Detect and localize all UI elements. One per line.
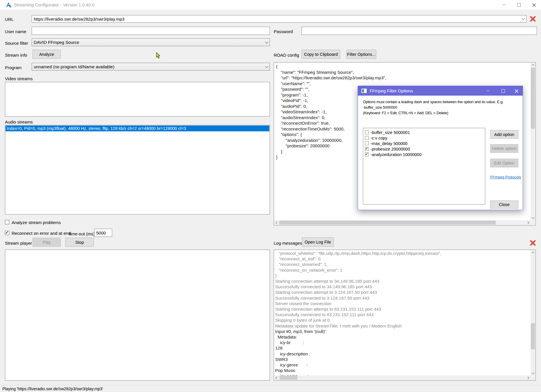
- scroll-right-icon[interactable]: [526, 375, 531, 380]
- maximize-icon: [501, 89, 505, 93]
- analyze-stream-problems-checkbox[interactable]: [5, 220, 9, 224]
- log-line: Starting connection attempt to 83.231.15…: [275, 306, 530, 312]
- stream-info-label: Stream info: [5, 53, 27, 58]
- log-line: Pop Music: [275, 368, 530, 373]
- open-log-file-button[interactable]: Open Log File: [302, 237, 334, 247]
- log-line: icy-genre :: [275, 362, 530, 368]
- ffmpeg-filter-options-dialog: FFmpeg Filter Options Options must conta…: [358, 86, 523, 210]
- log-vscroll-thumb[interactable]: [531, 323, 535, 349]
- scroll-right-icon[interactable]: [526, 220, 531, 225]
- minimize-icon: [486, 91, 490, 91]
- copy-to-clipboard-button[interactable]: Copy to Clipboard: [302, 50, 340, 59]
- chevron-down-icon: [265, 40, 268, 43]
- username-label: User name: [5, 29, 26, 34]
- scroll-left-icon[interactable]: [274, 220, 279, 225]
- log-messages-label: Log messages: [274, 241, 302, 246]
- scroll-up-icon[interactable]: [531, 250, 535, 255]
- option-label: -max_delay 500000: [370, 141, 407, 146]
- close-icon: [532, 3, 536, 7]
- reconnect-label: Reconnect on error and at end: [12, 231, 71, 236]
- clear-log-icon[interactable]: [530, 240, 536, 246]
- program-combobox[interactable]: unnamed (no program Id/Name available): [32, 63, 270, 71]
- dialog-minimize-button[interactable]: [481, 86, 494, 96]
- filter-option-row[interactable]: -analyzeduration 10000000: [364, 152, 484, 157]
- dialog-titlebar: FFmpeg Filter Options: [358, 86, 523, 96]
- option-checkbox[interactable]: [365, 142, 369, 145]
- scroll-up-icon[interactable]: [531, 63, 535, 67]
- log-line: Starting connection attempt to 34.149.96…: [275, 278, 530, 284]
- audio-stream-item-selected[interactable]: Index=0, Pid=0, mp3 (mp3float), 48000 Hz…: [6, 126, 269, 131]
- source-filter-combobox[interactable]: DAVID FFmpeg Source: [32, 38, 270, 46]
- log-line: Server closed the connection: [275, 301, 530, 306]
- source-filter-value: DAVID FFmpeg Source: [34, 40, 264, 45]
- video-streams-list[interactable]: [5, 82, 270, 117]
- road-hscroll-thumb[interactable]: [279, 221, 496, 225]
- log-line: Metadata:: [275, 334, 530, 340]
- road-horizontal-scrollbar[interactable]: [274, 220, 531, 225]
- url-combobox[interactable]: https://liveradio.swr.de/sw282p3/swr3/pl…: [32, 15, 526, 23]
- dialog-close-action-button[interactable]: Close: [490, 201, 518, 209]
- add-option-button[interactable]: Add option: [490, 130, 518, 139]
- source-filter-label: Source filter: [5, 41, 28, 46]
- log-line: Successfully connected to 83.231.152.111…: [275, 312, 530, 317]
- instruction-line: (Keyboard: F2 = Edit; CTRL+N = Add; DEL …: [363, 110, 520, 116]
- road-vscroll-thumb[interactable]: [531, 68, 535, 129]
- window-title: Streaming Configurator - Version 1.0.40.…: [14, 2, 94, 7]
- option-checkbox[interactable]: [365, 130, 369, 134]
- stop-button[interactable]: Stop: [65, 238, 94, 247]
- delete-option-button[interactable]: Delete option: [490, 144, 518, 153]
- log-hscroll-thumb[interactable]: [280, 376, 298, 380]
- url-dropdown-button[interactable]: [520, 15, 526, 22]
- log-panel[interactable]: "protocol_whitelist": "file,udp,rtp,rtmp…: [274, 250, 536, 381]
- analyze-stream-problems-label: Analyze stream problems: [12, 220, 61, 225]
- program-value: unnamed (no program Id/Name available): [34, 64, 264, 69]
- stream-player-panel: [5, 250, 270, 381]
- log-line: "reconnect_at_eof": 0,: [275, 256, 530, 262]
- log-horizontal-scrollbar[interactable]: [274, 375, 531, 380]
- analyze-button[interactable]: Analyze: [33, 50, 61, 59]
- video-streams-label: Video streams: [5, 76, 33, 81]
- json-line: {: [276, 64, 529, 69]
- log-line: icy-description :: [275, 351, 530, 357]
- window-minimize-button[interactable]: [497, 0, 510, 10]
- filter-option-row[interactable]: -buffer_size 5000001: [364, 130, 484, 135]
- edit-option-button[interactable]: Edit Option: [490, 159, 518, 167]
- filter-options-list[interactable]: -buffer_size 5000001 -c:v copy -max_dela…: [363, 128, 485, 205]
- password-field[interactable]: [302, 27, 537, 35]
- filter-option-row[interactable]: -probesize 20000000: [364, 146, 484, 152]
- source-filter-dropdown-button[interactable]: [264, 39, 270, 46]
- filter-option-row[interactable]: -max_delay 500000: [364, 141, 484, 146]
- maximize-icon: [517, 3, 521, 7]
- filter-option-row[interactable]: -c:v copy: [364, 135, 484, 141]
- dialog-maximize-button[interactable]: [497, 86, 510, 96]
- scroll-down-icon[interactable]: [531, 216, 535, 220]
- option-label: -probesize 20000000: [370, 147, 410, 151]
- audio-streams-list[interactable]: Index=0, Pid=0, mp3 (mp3float), 48000 Hz…: [5, 125, 270, 214]
- scroll-down-icon[interactable]: [531, 371, 535, 375]
- dialog-close-button[interactable]: [510, 86, 523, 96]
- option-checkbox[interactable]: [365, 153, 369, 156]
- scroll-left-icon[interactable]: [274, 375, 279, 380]
- clear-url-icon[interactable]: [530, 16, 536, 22]
- app-logo-icon: [6, 2, 12, 8]
- mouse-cursor: [156, 52, 160, 59]
- reconnect-checkbox[interactable]: [5, 231, 9, 235]
- filter-options-button[interactable]: Filter Options...: [346, 50, 376, 59]
- log-line: Successfully connected to 3.124.167.50 p…: [275, 295, 530, 301]
- url-label: URL: [5, 17, 14, 22]
- program-dropdown-button[interactable]: [264, 63, 270, 70]
- play-button[interactable]: Play: [33, 238, 61, 247]
- timeout-field[interactable]: [94, 229, 112, 237]
- option-checkbox[interactable]: [365, 147, 369, 151]
- road-vertical-scrollbar[interactable]: [531, 63, 535, 220]
- ffmpeg-protocols-link[interactable]: FFmpeg Protocols: [490, 175, 521, 179]
- close-icon: [515, 89, 518, 93]
- dialog-app-icon: [361, 89, 367, 93]
- username-field[interactable]: [32, 27, 270, 35]
- log-vertical-scrollbar[interactable]: [531, 250, 535, 375]
- option-checkbox[interactable]: [365, 136, 369, 140]
- log-line: Starting connection attempt to 3.124.167…: [275, 289, 530, 295]
- window-maximize-button[interactable]: [512, 0, 526, 10]
- window-close-button[interactable]: [527, 0, 541, 10]
- status-bar: Playing 'https://liveradio.swr.de/sw282p…: [0, 385, 541, 392]
